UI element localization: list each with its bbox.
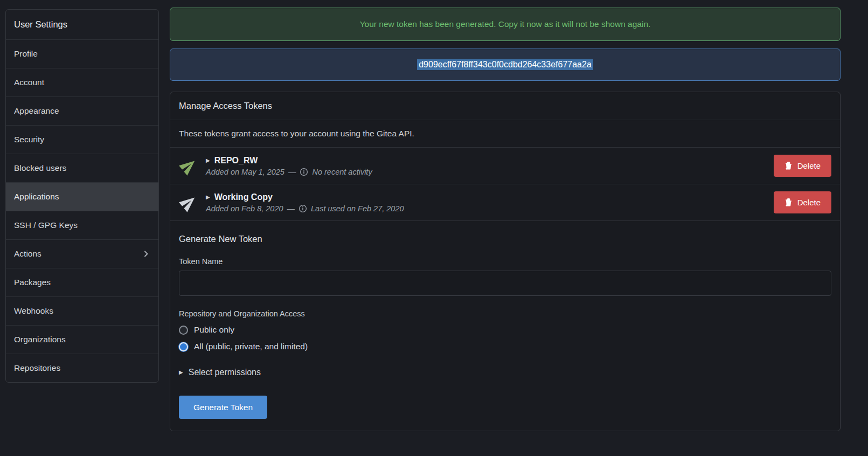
sidebar-item-appearance[interactable]: Appearance [6, 97, 158, 126]
panel-header: Manage Access Tokens [170, 92, 840, 120]
trash-icon [784, 198, 793, 206]
trash-icon [784, 162, 793, 170]
generate-token-button[interactable]: Generate Token [179, 396, 267, 419]
form-title: Generate New Token [179, 234, 831, 244]
token-name-line[interactable]: ▶ Working Copy [206, 192, 766, 202]
radio-label: Public only [194, 325, 234, 335]
token-value[interactable]: d909ecff67f8ff343c0f0cdbd264c33ef677aa2a [417, 59, 593, 70]
panel-title: Manage Access Tokens [179, 101, 831, 111]
sidebar-item-organizations[interactable]: Organizations [6, 326, 158, 354]
settings-sidebar: User Settings Profile Account Appearance… [5, 9, 159, 383]
sidebar-item-webhooks[interactable]: Webhooks [6, 297, 158, 326]
new-token-box[interactable]: d909ecff67f8ff343c0f0cdbd264c33ef677aa2a [170, 49, 841, 81]
expand-caret-icon: ▶ [179, 370, 183, 375]
radio-public-only[interactable]: Public only [179, 325, 234, 335]
select-permissions-label: Select permissions [189, 368, 261, 377]
token-row: ▶ Working Copy Added on Feb 8, 2020 — La… [170, 184, 840, 220]
sidebar-item-label: Webhooks [14, 306, 53, 316]
sidebar-item-label: Repositories [14, 363, 60, 373]
access-tokens-panel: Manage Access Tokens These tokens grant … [170, 92, 841, 431]
token-name-input[interactable] [179, 271, 831, 296]
token-name-label: Token Name [179, 257, 831, 266]
sidebar-item-account[interactable]: Account [6, 68, 158, 97]
token-meta: Added on May 1, 2025 — No recent activit… [206, 168, 766, 176]
send-paper-plane-icon [179, 193, 198, 212]
send-paper-plane-icon [179, 156, 198, 176]
sidebar-item-actions[interactable]: Actions [6, 240, 158, 268]
token-added-date: Added on Feb 8, 2020 [206, 204, 283, 213]
generate-token-form: Generate New Token Token Name Repository… [170, 220, 840, 431]
expand-caret-icon: ▶ [206, 158, 210, 163]
success-banner: Your new token has been generated. Copy … [170, 8, 841, 41]
expand-caret-icon: ▶ [206, 195, 210, 200]
delete-button-label: Delete [797, 198, 821, 207]
delete-token-button[interactable]: Delete [774, 191, 831, 213]
delete-button-label: Delete [797, 161, 821, 170]
sidebar-item-security[interactable]: Security [6, 126, 158, 154]
token-meta: Added on Feb 8, 2020 — Last used on Feb … [206, 204, 766, 213]
sidebar-title: User Settings [6, 10, 158, 40]
info-icon [298, 204, 307, 213]
settings-page: User Settings Profile Account Appearance… [0, 0, 868, 442]
sidebar-item-label: Actions [14, 249, 41, 259]
token-name: REPO_RW [214, 156, 258, 165]
token-info: ▶ REPO_RW Added on May 1, 2025 — No rece… [206, 156, 766, 176]
token-activity: No recent activity [312, 168, 372, 176]
access-scope-label: Repository and Organization Access [179, 309, 831, 318]
info-icon [300, 168, 308, 176]
radio-label: All (public, private, and limited) [194, 342, 308, 351]
token-row: ▶ REPO_RW Added on May 1, 2025 — No rece… [170, 147, 840, 184]
radio-all-access[interactable]: All (public, private, and limited) [179, 342, 308, 351]
meta-separator: — [287, 204, 295, 213]
delete-token-button[interactable]: Delete [774, 155, 831, 177]
sidebar-item-label: Account [14, 78, 44, 87]
main-content: Your new token has been generated. Copy … [170, 8, 841, 431]
radio-button-icon [179, 326, 188, 335]
token-added-date: Added on May 1, 2025 [206, 168, 284, 176]
sidebar-item-label: Organizations [14, 335, 66, 344]
token-info: ▶ Working Copy Added on Feb 8, 2020 — La… [206, 192, 766, 213]
sidebar-item-label: Profile [14, 49, 38, 59]
success-message: Your new token has been generated. Copy … [360, 19, 651, 29]
sidebar-item-blocked-users[interactable]: Blocked users [6, 154, 158, 183]
sidebar-item-repositories[interactable]: Repositories [6, 354, 158, 382]
radio-button-icon [179, 342, 188, 351]
meta-separator: — [288, 168, 296, 176]
sidebar-item-applications[interactable]: Applications [6, 183, 158, 211]
sidebar-item-label: Blocked users [14, 163, 66, 173]
sidebar-item-label: Applications [14, 192, 59, 202]
panel-description: These tokens grant access to your accoun… [170, 120, 840, 147]
sidebar-item-ssh-gpg-keys[interactable]: SSH / GPG Keys [6, 211, 158, 240]
token-activity: Last used on Feb 27, 2020 [311, 204, 404, 213]
token-name: Working Copy [214, 192, 273, 202]
sidebar-item-label: Security [14, 135, 44, 144]
sidebar-item-label: Packages [14, 278, 51, 287]
sidebar-item-profile[interactable]: Profile [6, 40, 158, 68]
token-name-line[interactable]: ▶ REPO_RW [206, 156, 766, 165]
select-permissions-toggle[interactable]: ▶ Select permissions [179, 368, 261, 377]
chevron-right-icon [142, 250, 150, 258]
sidebar-item-label: SSH / GPG Keys [14, 220, 78, 230]
sidebar-item-packages[interactable]: Packages [6, 268, 158, 297]
sidebar-item-label: Appearance [14, 106, 59, 116]
